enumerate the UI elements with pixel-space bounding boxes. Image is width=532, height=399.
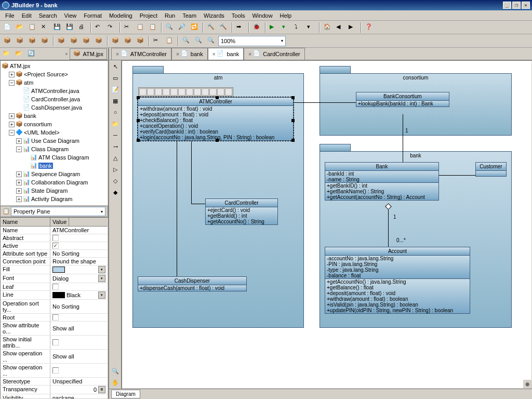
class-bankconsortium[interactable]: BankConsortium +lookupBank(bankId : int)… [356, 92, 449, 107]
property-pane-combo[interactable]: Property Pane [11, 207, 105, 216]
t2-btn-12[interactable]: ✂ [152, 35, 163, 47]
close-button[interactable]: × [522, 2, 530, 9]
seltb-2[interactable] [147, 88, 154, 96]
editor-tab-2[interactable]: ×📄bank [208, 48, 244, 60]
uml-member[interactable]: +deposit(amount : float) : void [138, 112, 293, 117]
tab-close-icon[interactable]: × [248, 51, 251, 57]
tree-activity-diagram[interactable]: Activity Diagram [31, 196, 72, 202]
uml-member[interactable]: +getAccount(accountNo : String) : Accoun… [325, 194, 438, 200]
checkbox-icon[interactable] [52, 314, 59, 321]
uml-member[interactable]: +getBankName() : String [325, 189, 438, 194]
class-customer[interactable]: Customer [475, 162, 507, 177]
uml-member[interactable]: +isValid(pin : java.lang.String) : boole… [325, 302, 470, 308]
uml-member[interactable]: +getBankId() : int [206, 213, 277, 219]
back-button[interactable]: ◀ [335, 22, 346, 33]
uml-member[interactable]: +deposit(amount : float) : void [325, 290, 470, 296]
prop-row-attribute-sort-type[interactable]: Attribute sort typeNo Sorting [1, 250, 108, 258]
t2-btn-2[interactable]: 📦 [15, 35, 26, 47]
tab-close-icon[interactable]: × [176, 51, 179, 57]
uml-member[interactable]: +getAccountNo() : java.lang.String [325, 279, 470, 285]
tab-close-icon[interactable]: × [116, 51, 119, 57]
tree-sequence-diagram[interactable]: Sequence Diagram [31, 171, 80, 177]
prop-header-name[interactable]: Name [1, 218, 50, 226]
home-button[interactable]: 🏠 [322, 22, 334, 33]
t2-btn-5[interactable]: 📦 [56, 35, 68, 47]
prop-row-fill[interactable]: Fill ▾ [1, 265, 108, 274]
prop-value[interactable] [50, 314, 108, 321]
copy-button[interactable]: 📋 [135, 22, 147, 33]
prop-value[interactable]: ✓ [50, 242, 108, 249]
combo-button[interactable]: ▾ [98, 266, 105, 273]
tree-root[interactable]: ATM.jpx [10, 63, 31, 69]
checkbox-icon[interactable] [52, 235, 59, 241]
prop-value[interactable]: 0≑ [50, 385, 108, 394]
palette-interface[interactable]: ○ [110, 107, 121, 117]
prop-value[interactable] [50, 283, 108, 290]
tree-file-atmcontroller[interactable]: ATMController.java [31, 88, 79, 94]
prop-value[interactable] [50, 364, 108, 377]
undo-button[interactable]: ↶ [94, 22, 105, 33]
uml-member[interactable]: +verifyCard(bankId : int) : boolean [138, 129, 293, 135]
uml-member[interactable]: +getBalance() : float [325, 285, 470, 290]
seltb-1[interactable] [139, 88, 147, 96]
goto-button[interactable]: ➡ [235, 22, 246, 33]
tree-usecase-diagram[interactable]: Use Case Diagram [31, 138, 79, 144]
uml-member[interactable]: +dispenseCash(amount : float) : void [138, 285, 246, 291]
checkbox-icon[interactable] [52, 284, 59, 290]
checkbox-icon[interactable] [52, 339, 59, 345]
palette-general[interactable]: △ [110, 153, 121, 163]
prop-row-show-operation-[interactable]: Show operation ...Show all [1, 350, 108, 364]
tree-collaboration-diagram[interactable]: Collaboration Diagram [31, 179, 88, 185]
prop-row-show-attribute-o-[interactable]: Show attribute o...Show all [1, 322, 108, 336]
palette-realize[interactable]: ▷ [110, 164, 121, 175]
prop-row-active[interactable]: Active✓ [1, 242, 108, 250]
minimize-button[interactable]: _ [503, 2, 511, 9]
editor-tab-0[interactable]: ×📄ATMController [111, 48, 171, 60]
prop-row-line[interactable]: Line Black▾ [1, 291, 108, 300]
menu-view[interactable]: View [61, 11, 80, 20]
menu-project[interactable]: Project [137, 11, 161, 20]
class-cashdispenser[interactable]: CashDispenser +dispenseCash(amount : flo… [138, 276, 247, 291]
palette-package[interactable]: 📁 [110, 118, 121, 129]
prop-row-name[interactable]: NameATMController [1, 227, 108, 234]
prop-value[interactable]: Show all [50, 350, 108, 363]
save-button[interactable]: 💾 [52, 22, 63, 33]
prop-value[interactable]: Dialog▾ [50, 274, 108, 283]
uml-member[interactable]: +checkBalance() : float [138, 117, 293, 123]
seltb-9[interactable] [202, 88, 209, 96]
diagram-canvas[interactable]: atm consortium bank [122, 60, 532, 389]
color-swatch[interactable] [52, 267, 65, 273]
uml-member[interactable]: +cancelOperation() : void [138, 123, 293, 129]
menu-wizards[interactable]: Wizards [201, 11, 228, 20]
menu-team[interactable]: Team [179, 11, 200, 20]
uml-member[interactable]: -name : String [325, 177, 438, 182]
prop-row-show-operation-[interactable]: Show operation ... [1, 364, 108, 378]
prop-value[interactable]: No Sorting [50, 250, 108, 257]
palette-aggreg[interactable]: ◇ [110, 176, 121, 186]
seltb-6[interactable] [178, 88, 185, 96]
class-atmcontroller[interactable]: ATMController +withdraw(amount : float) … [138, 97, 294, 141]
prop-row-font[interactable]: FontDialog▾ [1, 274, 108, 283]
seltb-4[interactable] [163, 88, 170, 96]
class-cardcontroller[interactable]: CardController +ejectCard() : void+getBa… [205, 198, 278, 225]
combo-button[interactable]: ▾ [98, 275, 105, 282]
rebuild-button[interactable]: 🔨 [218, 22, 230, 33]
tree-state-diagram[interactable]: State Diagram [31, 188, 68, 194]
uml-member[interactable]: +lookupBank(bankId : int) : Bank [356, 101, 449, 107]
cut-button[interactable]: ✂ [123, 22, 134, 33]
forward-button[interactable]: ▶ [347, 22, 358, 33]
t2-btn-1[interactable]: 📦 [2, 35, 14, 47]
prop-value[interactable]: Show all [50, 322, 108, 335]
menu-file[interactable]: File [2, 11, 18, 20]
seltb-12[interactable] [225, 88, 232, 96]
color-swatch[interactable] [52, 292, 65, 298]
property-grid[interactable]: Name Value NameATMControllerAbstractActi… [0, 217, 108, 399]
tree-atm-class-diagram[interactable]: ATM Class Diagram [38, 154, 89, 161]
print-button[interactable]: 🖨 [77, 22, 88, 33]
palette-zoom[interactable]: 🔍 [110, 366, 121, 376]
seltb-10[interactable] [209, 88, 217, 96]
editor-tab-3[interactable]: ×📄CardController [244, 48, 304, 60]
prop-row-transparency[interactable]: Transparency0≑ [1, 385, 108, 394]
project-btn-3[interactable]: 🔄 [26, 48, 37, 60]
prop-value[interactable]: ATMController [50, 227, 108, 234]
